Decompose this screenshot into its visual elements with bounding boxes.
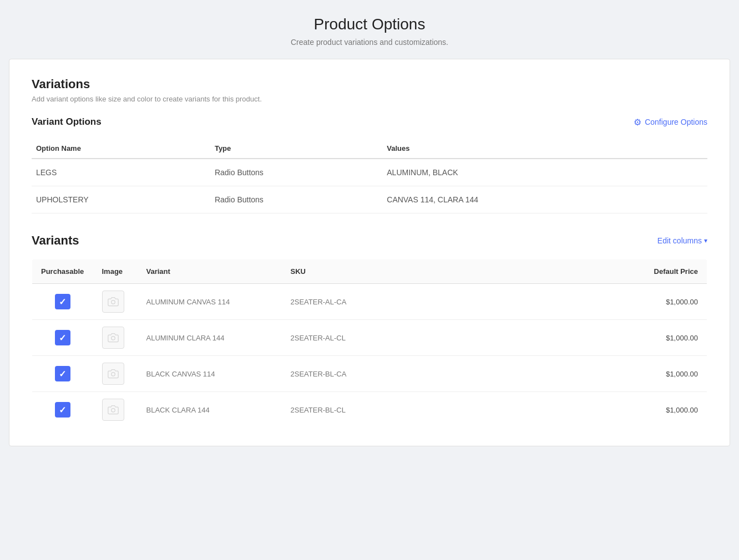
image-cell <box>93 356 138 392</box>
configure-options-label: Configure Options <box>645 118 707 126</box>
purchasable-cell <box>32 392 93 428</box>
variant-name-cell: ALUMINUM CANVAS 114 <box>138 284 282 320</box>
option-name-cell: LEGS <box>32 159 208 186</box>
page-subtitle: Create product variations and customizat… <box>0 38 739 47</box>
price-cell: $1,000.00 <box>426 392 707 428</box>
image-cell <box>93 320 138 356</box>
camera-icon <box>108 368 119 379</box>
col-option-name: Option Name <box>32 139 208 159</box>
sku-cell: 2SEATER-AL-CL <box>282 320 426 356</box>
variations-title: Variations <box>32 77 707 91</box>
image-cell <box>93 392 138 428</box>
svg-point-1 <box>111 337 115 340</box>
sku-cell: 2SEATER-AL-CA <box>282 284 426 320</box>
variant-options-title: Variant Options <box>32 116 102 128</box>
sku-cell: 2SEATER-BL-CA <box>282 356 426 392</box>
variant-options-table: Option Name Type Values LEGS Radio Butto… <box>32 139 707 213</box>
gear-icon: ⚙ <box>634 117 641 128</box>
options-table-row: UPHOLSTERY Radio Buttons CANVAS 114, CLA… <box>32 186 707 213</box>
variant-name-cell: ALUMINUM CLARA 144 <box>138 320 282 356</box>
col-actions <box>670 139 707 159</box>
options-table-row: LEGS Radio Buttons ALUMINUM, BLACK <box>32 159 707 186</box>
configure-options-button[interactable]: ⚙ Configure Options <box>634 117 707 128</box>
variant-name-cell: BLACK CLARA 144 <box>138 392 282 428</box>
chevron-down-icon: ▾ <box>704 237 707 245</box>
image-cell <box>93 284 138 320</box>
camera-icon <box>108 296 119 307</box>
option-values-cell: CANVAS 114, CLARA 144 <box>380 186 670 213</box>
variants-table: Purchasable Image Variant SKU Default Pr… <box>32 259 707 428</box>
purchasable-cell <box>32 320 93 356</box>
variant-image-placeholder[interactable] <box>102 363 124 385</box>
main-card: Variations Add variant options like size… <box>9 59 730 446</box>
option-values-cell: ALUMINUM, BLACK <box>380 159 670 186</box>
option-actions-cell <box>670 186 707 213</box>
col-image-header: Image <box>93 259 138 284</box>
col-sku-header: SKU <box>282 259 426 284</box>
col-type: Type <box>208 139 380 159</box>
price-cell: $1,000.00 <box>426 320 707 356</box>
edit-columns-label: Edit columns <box>657 236 702 245</box>
sku-cell: 2SEATER-BL-CL <box>282 392 426 428</box>
options-table-header-row: Option Name Type Values <box>32 139 707 159</box>
svg-point-2 <box>111 373 115 376</box>
col-price-header: Default Price <box>426 259 707 284</box>
variants-table-header-row: Purchasable Image Variant SKU Default Pr… <box>32 259 707 284</box>
purchasable-checkbox[interactable] <box>55 366 70 381</box>
variants-table-row: ALUMINUM CANVAS 114 2SEATER-AL-CA $1,000… <box>32 284 707 320</box>
purchasable-cell <box>32 284 93 320</box>
variants-header: Variants Edit columns ▾ <box>32 233 707 248</box>
col-purchasable-header: Purchasable <box>32 259 93 284</box>
col-values: Values <box>380 139 670 159</box>
svg-point-0 <box>111 301 115 304</box>
variants-table-row: BLACK CLARA 144 2SEATER-BL-CL $1,000.00 <box>32 392 707 428</box>
option-type-cell: Radio Buttons <box>208 159 380 186</box>
variant-image-placeholder[interactable] <box>102 291 124 313</box>
page-header: Product Options Create product variation… <box>0 0 739 59</box>
camera-icon <box>108 332 119 343</box>
purchasable-cell <box>32 356 93 392</box>
edit-columns-button[interactable]: Edit columns ▾ <box>657 236 707 245</box>
option-actions-cell <box>670 159 707 186</box>
variant-image-placeholder[interactable] <box>102 327 124 349</box>
variants-table-row: BLACK CANVAS 114 2SEATER-BL-CA $1,000.00 <box>32 356 707 392</box>
variant-options-header: Variant Options ⚙ Configure Options <box>32 116 707 128</box>
col-variant-header: Variant <box>138 259 282 284</box>
variants-table-row: ALUMINUM CLARA 144 2SEATER-AL-CL $1,000.… <box>32 320 707 356</box>
variant-image-placeholder[interactable] <box>102 399 124 421</box>
variant-name-cell: BLACK CANVAS 114 <box>138 356 282 392</box>
purchasable-checkbox[interactable] <box>55 330 70 345</box>
page-title: Product Options <box>0 16 739 33</box>
variants-title: Variants <box>32 233 79 248</box>
price-cell: $1,000.00 <box>426 284 707 320</box>
svg-point-3 <box>111 409 115 413</box>
option-name-cell: UPHOLSTERY <box>32 186 208 213</box>
variations-section: Variations Add variant options like size… <box>32 77 707 103</box>
purchasable-checkbox[interactable] <box>55 402 70 418</box>
variations-description: Add variant options like size and color … <box>32 95 707 103</box>
option-type-cell: Radio Buttons <box>208 186 380 213</box>
camera-icon <box>108 404 119 415</box>
purchasable-checkbox[interactable] <box>55 294 70 309</box>
price-cell: $1,000.00 <box>426 356 707 392</box>
